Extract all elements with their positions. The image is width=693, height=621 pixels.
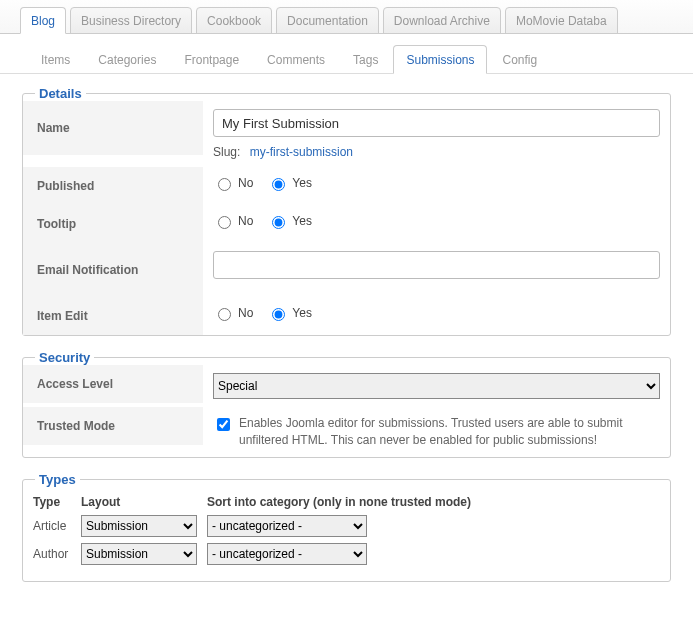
details-legend: Details xyxy=(35,86,86,101)
tooltip-no[interactable]: No xyxy=(213,213,253,229)
item-edit-yes[interactable]: Yes xyxy=(267,305,312,321)
security-legend: Security xyxy=(35,350,94,365)
row-access-level: Access Level Special xyxy=(23,365,670,407)
sub-tab-comments[interactable]: Comments xyxy=(254,45,338,74)
name-label: Name xyxy=(23,101,203,155)
top-tab-cookbook[interactable]: Cookbook xyxy=(196,7,272,34)
trusted-mode-note: Enables Joomla editor for submissions. T… xyxy=(239,415,660,449)
sub-tab-items[interactable]: Items xyxy=(28,45,83,74)
types-layout-article[interactable]: Submission xyxy=(81,515,197,537)
types-sort-article[interactable]: - uncategorized - xyxy=(207,515,367,537)
item-edit-label: Item Edit xyxy=(23,297,203,335)
sub-tab-config[interactable]: Config xyxy=(489,45,550,74)
top-tab-blog[interactable]: Blog xyxy=(20,7,66,34)
tooltip-yes[interactable]: Yes xyxy=(267,213,312,229)
trusted-mode-label: Trusted Mode xyxy=(23,407,203,445)
details-fieldset: Details Name Slug: my-first-submission P… xyxy=(22,86,671,336)
slug-line: Slug: my-first-submission xyxy=(213,145,660,159)
types-header-sort: Sort into category (only in none trusted… xyxy=(207,495,660,509)
row-name: Name Slug: my-first-submission xyxy=(23,101,670,167)
row-tooltip: Tooltip No Yes xyxy=(23,205,670,243)
trusted-mode-checkbox[interactable] xyxy=(217,418,230,431)
published-yes[interactable]: Yes xyxy=(267,175,312,191)
types-layout-author[interactable]: Submission xyxy=(81,543,197,565)
top-tabs: Blog Business Directory Cookbook Documen… xyxy=(0,0,693,34)
sub-tab-submissions[interactable]: Submissions xyxy=(393,45,487,74)
types-fieldset: Types Type Layout Sort into category (on… xyxy=(22,472,671,582)
tooltip-label: Tooltip xyxy=(23,205,203,243)
top-tab-download-archive[interactable]: Download Archive xyxy=(383,7,501,34)
types-row-author: Author Submission - uncategorized - xyxy=(33,543,660,565)
slug-value[interactable]: my-first-submission xyxy=(250,145,353,159)
types-sort-author[interactable]: - uncategorized - xyxy=(207,543,367,565)
content-area: Details Name Slug: my-first-submission P… xyxy=(0,74,693,582)
sub-tab-tags[interactable]: Tags xyxy=(340,45,391,74)
types-row-article: Article Submission - uncategorized - xyxy=(33,515,660,537)
access-level-label: Access Level xyxy=(23,365,203,403)
published-no[interactable]: No xyxy=(213,175,253,191)
top-tab-business-directory[interactable]: Business Directory xyxy=(70,7,192,34)
types-header-row: Type Layout Sort into category (only in … xyxy=(33,495,660,509)
row-trusted-mode: Trusted Mode Enables Joomla editor for s… xyxy=(23,407,670,457)
top-tab-documentation[interactable]: Documentation xyxy=(276,7,379,34)
slug-label: Slug: xyxy=(213,145,240,159)
types-legend: Types xyxy=(35,472,80,487)
published-label: Published xyxy=(23,167,203,205)
access-level-select[interactable]: Special xyxy=(213,373,660,399)
sub-tab-frontpage[interactable]: Frontpage xyxy=(171,45,252,74)
types-type-article: Article xyxy=(33,519,81,533)
sub-tab-categories[interactable]: Categories xyxy=(85,45,169,74)
name-input[interactable] xyxy=(213,109,660,137)
email-input[interactable] xyxy=(213,251,660,279)
row-item-edit: Item Edit No Yes xyxy=(23,297,670,335)
item-edit-no[interactable]: No xyxy=(213,305,253,321)
row-email: Email Notification xyxy=(23,243,670,297)
types-header-type: Type xyxy=(33,495,81,509)
security-fieldset: Security Access Level Special Trusted Mo… xyxy=(22,350,671,458)
types-header-layout: Layout xyxy=(81,495,207,509)
types-type-author: Author xyxy=(33,547,81,561)
sub-tabs: Items Categories Frontpage Comments Tags… xyxy=(0,34,693,74)
row-published: Published No Yes xyxy=(23,167,670,205)
top-tab-momovie-database[interactable]: MoMovie Databa xyxy=(505,7,618,34)
email-label: Email Notification xyxy=(23,243,203,297)
